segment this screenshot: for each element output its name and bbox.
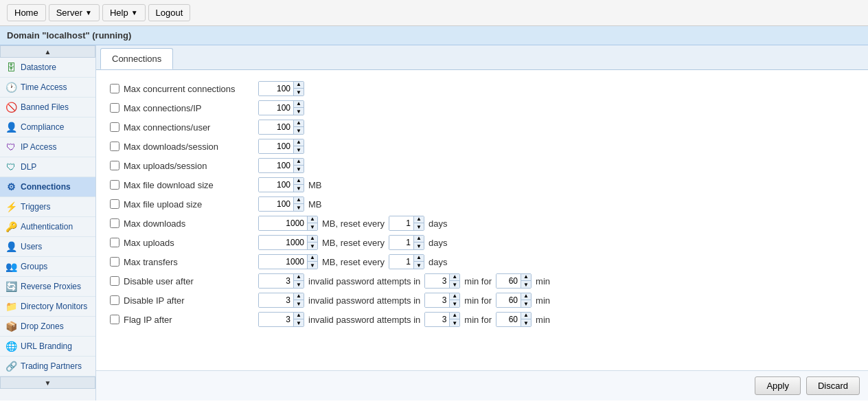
sidebar-item-datastore[interactable]: 🗄 Datastore [0,58,95,78]
spinner-disable-user[interactable]: ▲ ▼ [258,273,304,289]
sidebar-item-banned-files[interactable]: 🚫 Banned Files [0,98,95,117]
spinner-up-max-downloads-session[interactable]: ▲ [294,139,304,146]
tab-connections[interactable]: Connections [100,48,173,69]
sidebar-item-drop-zones[interactable]: 📦 Drop Zones [0,317,95,337]
sidebar-item-compliance[interactable]: 👤 Compliance [0,117,95,137]
checkbox-max-downloads-session[interactable] [110,142,119,151]
input-max-file-download[interactable] [259,178,293,192]
spinner-down-reset-downloads[interactable]: ▼ [414,223,424,231]
spinner-max-uploads[interactable]: ▲ ▼ [258,235,318,250]
input-disable-user-min[interactable] [425,274,449,288]
spinner-up-max-concurrent[interactable]: ▲ [294,81,304,89]
input-max-concurrent[interactable] [259,82,293,95]
input-max-downloads[interactable] [259,216,307,230]
checkbox-max-concurrent[interactable] [110,84,119,93]
spinner-up-reset-downloads[interactable]: ▲ [414,216,424,223]
spinner-down-disable-ip[interactable]: ▼ [294,300,304,308]
spinner-down-max-file-download[interactable]: ▼ [294,185,304,192]
sidebar-item-groups[interactable]: 👥 Groups [0,257,95,277]
input-disable-user[interactable] [259,274,293,288]
spinner-down-disable-user[interactable]: ▼ [294,281,304,289]
spinner-up-max-transfers[interactable]: ▲ [308,254,317,262]
spinner-up-max-file-download[interactable]: ▲ [294,177,304,185]
spinner-up-max-uploads-session[interactable]: ▲ [294,158,304,166]
spinner-max-transfers[interactable]: ▲ ▼ [258,254,318,269]
sidebar-item-ip-access[interactable]: 🛡 IP Access [0,137,95,157]
spinner-up-max-conn-ip[interactable]: ▲ [294,100,304,108]
spinner-up-flag-ip-min[interactable]: ▲ [450,312,459,319]
spinner-down-max-uploads-session[interactable]: ▼ [294,166,304,173]
spinner-disable-ip[interactable]: ▲ ▼ [258,293,304,308]
spinner-down-max-concurrent[interactable]: ▼ [294,89,304,96]
spinner-flag-ip-min[interactable]: ▲ ▼ [424,312,460,327]
checkbox-disable-ip[interactable] [110,295,119,305]
spinner-disable-ip-duration[interactable]: ▲ ▼ [496,293,532,308]
input-flag-ip-min[interactable] [425,313,449,326]
input-max-conn-ip[interactable] [259,101,293,115]
sidebar-item-authentication[interactable]: 🔑 Authentication [0,217,95,237]
input-max-transfers[interactable] [259,255,307,269]
spinner-up-max-downloads[interactable]: ▲ [308,216,317,223]
sidebar-item-url-branding[interactable]: 🌐 URL Branding [0,337,95,357]
spinner-down-max-conn-ip[interactable]: ▼ [294,108,304,115]
spinner-down-max-file-upload[interactable]: ▼ [294,204,304,212]
spinner-disable-user-min[interactable]: ▲ ▼ [424,273,460,289]
spinner-up-max-uploads[interactable]: ▲ [308,235,317,243]
sidebar-item-time-access[interactable]: 🕐 Time Access [0,78,95,98]
checkbox-max-transfers[interactable] [110,257,119,267]
sidebar-item-users[interactable]: 👤 Users [0,237,95,257]
spinner-disable-user-duration[interactable]: ▲ ▼ [496,273,532,289]
spinner-down-flag-ip-min[interactable]: ▼ [450,319,459,327]
input-max-uploads-session[interactable] [259,159,293,172]
spinner-up-flag-ip[interactable]: ▲ [294,312,304,319]
spinner-up-disable-ip-min[interactable]: ▲ [450,293,459,300]
sidebar-item-directory-monitors[interactable]: 📁 Directory Monitors [0,297,95,317]
spinner-down-flag-ip[interactable]: ▼ [294,319,304,327]
help-button[interactable]: Help ▼ [102,4,146,21]
checkbox-max-conn-user[interactable] [110,122,119,132]
spinner-max-file-download[interactable]: ▲ ▼ [258,177,304,192]
checkbox-disable-user[interactable] [110,276,119,286]
spinner-up-disable-ip-duration[interactable]: ▲ [521,293,531,300]
spinner-max-downloads-session[interactable]: ▲ ▼ [258,139,304,154]
sidebar-item-connections[interactable]: ⚙ Connections [0,177,95,197]
checkbox-max-file-download[interactable] [110,180,119,190]
discard-button[interactable]: Discard [806,376,860,395]
input-max-uploads[interactable] [259,236,307,249]
checkbox-max-file-upload[interactable] [110,199,119,209]
spinner-max-conn-user[interactable]: ▲ ▼ [258,120,304,135]
input-reset-uploads[interactable] [389,236,413,249]
spinner-down-disable-ip-duration[interactable]: ▼ [521,300,531,308]
checkbox-max-conn-ip[interactable] [110,103,119,113]
spinner-up-disable-user-duration[interactable]: ▲ [521,273,531,281]
sidebar-item-reverse-proxies[interactable]: 🔄 Reverse Proxies [0,277,95,297]
input-max-conn-user[interactable] [259,120,293,134]
sidebar-scroll-down[interactable]: ▼ [0,376,95,389]
input-disable-ip-duration[interactable] [496,293,521,307]
spinner-max-uploads-session[interactable]: ▲ ▼ [258,158,304,173]
spinner-max-conn-ip[interactable]: ▲ ▼ [258,100,304,115]
input-max-downloads-session[interactable] [259,139,293,153]
spinner-down-reset-uploads[interactable]: ▼ [414,243,424,250]
spinner-up-disable-ip[interactable]: ▲ [294,293,304,300]
input-reset-downloads[interactable] [389,216,413,230]
server-button[interactable]: Server ▼ [49,4,100,21]
checkbox-max-uploads[interactable] [110,238,119,247]
spinner-reset-transfers[interactable]: ▲ ▼ [389,254,424,269]
spinner-down-max-downloads[interactable]: ▼ [308,223,317,231]
apply-button[interactable]: Apply [755,376,801,395]
input-flag-ip-duration[interactable] [496,313,521,326]
input-flag-ip[interactable] [259,313,293,326]
logout-button[interactable]: Logout [148,4,191,21]
sidebar-item-dlp[interactable]: 🛡 DLP [0,157,95,177]
input-reset-transfers[interactable] [389,255,413,269]
spinner-up-reset-uploads[interactable]: ▲ [414,235,424,243]
spinner-up-disable-user-min[interactable]: ▲ [450,273,459,281]
input-disable-ip-min[interactable] [425,293,449,307]
sidebar-item-triggers[interactable]: ⚡ Triggers [0,197,95,217]
spinner-down-max-transfers[interactable]: ▼ [308,262,317,269]
spinner-down-reset-transfers[interactable]: ▼ [414,262,424,269]
spinner-down-max-downloads-session[interactable]: ▼ [294,146,304,154]
input-disable-user-duration[interactable] [496,274,521,288]
checkbox-max-downloads[interactable] [110,218,119,228]
